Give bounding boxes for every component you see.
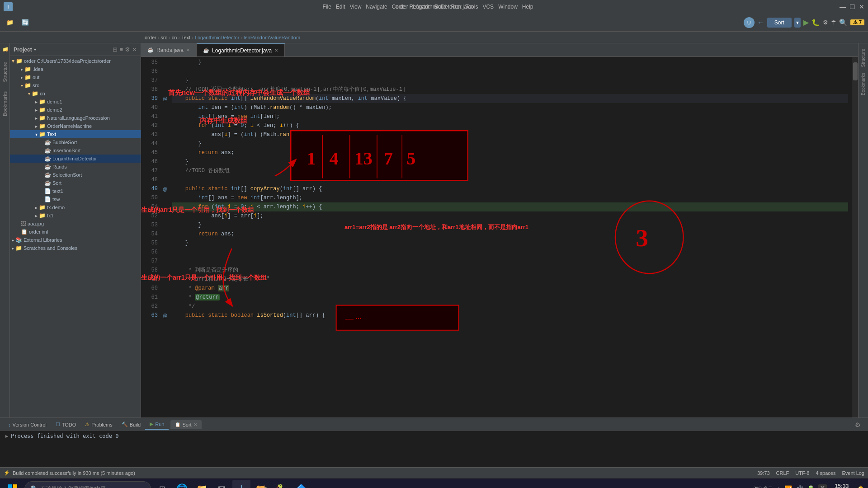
line-separator[interactable]: CRLF (776, 470, 789, 476)
search-everywhere-btn[interactable]: 🔍 (839, 19, 848, 27)
run-sort-tab[interactable]: 📋 Sort ✕ (170, 420, 201, 429)
todo-tab[interactable]: ☐ TODO (51, 420, 81, 429)
tray-battery[interactable]: 🔋 (807, 485, 815, 488)
menu-help[interactable]: Help (522, 4, 533, 10)
right-tool-label1[interactable]: Structure (860, 47, 866, 69)
run-settings-icon[interactable]: ⚙ (851, 421, 864, 428)
breadcrumb-order[interactable]: order (145, 35, 156, 40)
taskbar-edge[interactable]: 🌐 (173, 480, 191, 488)
sidebar-close-btn[interactable]: ✕ (132, 46, 137, 53)
coverage-button[interactable]: ☂ (831, 19, 836, 26)
structure-icon[interactable]: Structure (2, 60, 8, 84)
tree-item-tsw[interactable]: 📄 tsw (10, 195, 141, 203)
start-button[interactable] (4, 480, 22, 488)
taskbar-intellij[interactable]: I (232, 480, 250, 488)
tree-item-orderiml[interactable]: 📋 order.iml (10, 228, 141, 236)
tree-item-selectionsort[interactable]: ☕ SelectionSort (10, 171, 141, 179)
menu-file[interactable]: File (322, 4, 331, 10)
tree-item-logarithmic[interactable]: ☕ LogarithmicDetector (10, 155, 141, 163)
tree-item-order[interactable]: ▾ 📁 order C:\Users\1733\IdeaProjects\ord… (10, 57, 141, 65)
tree-item-demo1[interactable]: ▸ 📁 demo1 (10, 98, 141, 106)
tab-rands[interactable]: ☕ Rands.java ✕ (141, 43, 197, 56)
toolbar-sync-btn[interactable]: 🔄 (19, 18, 32, 27)
breadcrumb-text[interactable]: Text (181, 35, 190, 40)
scrollbar-right[interactable] (852, 57, 858, 418)
close-button[interactable]: ✕ (859, 3, 864, 10)
tree-item-text[interactable]: ▾ 📁 Text (10, 130, 141, 138)
sidebar-scope-btn[interactable]: ⊞ (113, 46, 118, 53)
tree-item-tx1[interactable]: ▸ 📁 tx1 (10, 211, 141, 220)
taskbar-cmd[interactable]: 🐍 (272, 480, 290, 488)
tree-item-scratches[interactable]: ▸ 📁 Scratches and Consoles (10, 244, 141, 252)
code-area[interactable]: } } // TODO 返回一个数组arr. arr长度[0,maxLen-1]… (169, 57, 852, 418)
sidebar-collapse-btn[interactable]: ≡ (119, 46, 123, 53)
event-log[interactable]: Event Log (842, 470, 864, 476)
editor: 35 36 37 38 39 40 41 42 43 44 45 46 47 4… (141, 57, 858, 418)
tree-item-cn[interactable]: ▾ 📁 cn (10, 89, 141, 98)
tree-item-sort[interactable]: ☕ Sort (10, 179, 141, 187)
tray-network[interactable]: 📶 (784, 485, 792, 488)
notification-btn[interactable]: 🔔 (857, 485, 864, 488)
bookmarks-icon[interactable]: Bookmarks (2, 89, 8, 118)
debug-button[interactable]: 🐛 (811, 19, 820, 27)
taskbar-search[interactable]: 🔍 在这里输入你要搜索的内容 (24, 481, 151, 488)
tree-item-insertionsort[interactable]: ☕ InsertionSort (10, 146, 141, 155)
tab-rands-close[interactable]: ✕ (186, 47, 190, 52)
right-tool-label2[interactable]: Bookmarks (860, 71, 866, 97)
run-tab-btn[interactable]: ▶ Run (145, 419, 169, 430)
problems-tab[interactable]: ⚠ Problems (80, 420, 117, 429)
taskbar-explorer[interactable]: 📁 (193, 480, 211, 488)
taskview-btn[interactable]: ⊞ (154, 481, 170, 488)
nav-back-btn[interactable]: ← (757, 19, 764, 27)
sort-button[interactable]: Sort (767, 18, 792, 28)
minimize-button[interactable]: — (840, 3, 846, 10)
menu-edit[interactable]: Edit (336, 4, 345, 10)
code-line-49: public static int[] copyArray(int[] arr)… (172, 184, 848, 193)
project-label[interactable]: Project (14, 47, 32, 53)
tree-item-out[interactable]: ▸ 📁 out (10, 73, 141, 81)
tree-item-demo2[interactable]: ▸ 📁 demo2 (10, 106, 141, 114)
run-sort-close[interactable]: ✕ (193, 422, 197, 427)
build-button[interactable]: ⚙ (823, 19, 828, 26)
breadcrumb-classname[interactable]: LogarithmicDetector (195, 35, 239, 40)
run-button[interactable]: ▶ (803, 18, 809, 27)
menu-vcs[interactable]: VCS (482, 4, 494, 10)
tree-item-aaajpg[interactable]: 🖼 aaa.jpg (10, 220, 141, 228)
tree-item-bubblesort[interactable]: ☕ BubbleSort (10, 138, 141, 146)
breadcrumb-cn[interactable]: cn (172, 35, 177, 40)
menu-navigate[interactable]: Navigate (366, 4, 387, 10)
tray-expand[interactable]: ∧ (777, 486, 781, 488)
tree-item-txdemo[interactable]: ▸ 📁 tx.demo (10, 203, 141, 211)
menu-view[interactable]: View (350, 4, 362, 10)
tray-sound[interactable]: 🔊 (796, 485, 803, 488)
tree-item-idea[interactable]: ▸ 📁 .idea (10, 65, 141, 73)
version-control-tab[interactable]: ↕ Version Control (4, 420, 51, 429)
cursor-position[interactable]: 39:73 (757, 470, 770, 476)
tree-item-extlibs[interactable]: ▸ 📚 External Libraries (10, 236, 141, 244)
breadcrumb-src[interactable]: src (160, 35, 167, 40)
input-method[interactable]: 英 (818, 484, 827, 488)
tab-logarithmic-close[interactable]: ✕ (274, 48, 278, 53)
sort-dropdown-btn[interactable]: ▾ (794, 18, 801, 28)
tree-item-onm[interactable]: ▸ 📁 OrderNameMachine (10, 122, 141, 130)
tree-item-nlp[interactable]: ▸ 📁 NaturalLanguageProcession (10, 114, 141, 122)
tree-item-text1[interactable]: 📄 text1 (10, 187, 141, 195)
tree-item-rands[interactable]: ☕ Rands (10, 163, 141, 171)
maximize-button[interactable]: ☐ (849, 3, 855, 10)
build-tab[interactable]: 🔨 Build (117, 420, 145, 429)
breadcrumb-method[interactable]: lenRandomValueRandom (244, 35, 300, 40)
toolbar-project-btn[interactable]: 📁 (4, 18, 16, 27)
tree-item-src[interactable]: ▾ 📁 src (10, 81, 141, 89)
menu-window[interactable]: Window (498, 4, 518, 10)
encoding[interactable]: UTF-8 (795, 470, 809, 476)
tab-logarithmic[interactable]: ☕ LogarithmicDetector.java ✕ (197, 43, 285, 56)
user-avatar[interactable]: U (744, 17, 755, 28)
taskbar-mail[interactable]: ✉ (212, 480, 231, 488)
taskbar-clock[interactable]: 15:33 2022/11/27 (830, 483, 853, 488)
sidebar-settings-btn[interactable]: ⚙ (125, 46, 130, 53)
git-icon[interactable]: ⚡ (4, 470, 10, 476)
taskbar-files[interactable]: 📂 (252, 480, 270, 488)
taskbar-extra[interactable]: 🔷 (292, 480, 310, 488)
indent-setting[interactable]: 4 spaces (816, 470, 835, 476)
project-icon[interactable]: 📁 (2, 45, 8, 55)
